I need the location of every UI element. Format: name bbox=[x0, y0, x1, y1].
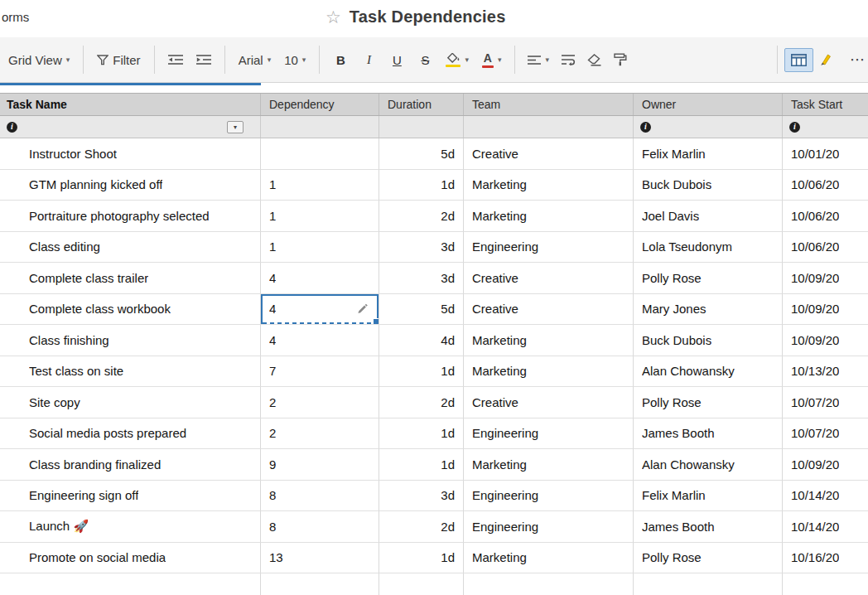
cell-start[interactable]: 10/07/20 bbox=[783, 387, 868, 418]
cell-team[interactable]: Marketing bbox=[464, 201, 634, 232]
cell-dep[interactable]: 2 bbox=[261, 418, 379, 450]
cell-task[interactable]: Class branding finalized bbox=[0, 449, 261, 481]
cell-team[interactable]: Engineering bbox=[464, 418, 634, 450]
cell-dep[interactable]: 13 bbox=[261, 543, 379, 574]
cell-task[interactable]: Instructor Shoot bbox=[0, 138, 261, 170]
cell-dur[interactable]: 5d bbox=[379, 294, 464, 326]
cell-task[interactable]: Portraiture photography selected bbox=[0, 201, 261, 232]
cell-start[interactable]: 10/14/20 bbox=[783, 511, 868, 543]
cell-dep[interactable]: 1 bbox=[261, 201, 379, 232]
cell-owner[interactable]: Buck Dubois bbox=[634, 325, 783, 356]
info-icon[interactable]: i bbox=[789, 122, 800, 133]
edit-pencil-icon[interactable] bbox=[356, 302, 369, 315]
cell-dur[interactable]: 1d bbox=[379, 356, 464, 388]
cell-dep[interactable]: 1 bbox=[261, 170, 379, 201]
cell-empty[interactable] bbox=[464, 573, 634, 595]
cell-empty[interactable] bbox=[0, 573, 261, 595]
cell-owner[interactable]: Polly Rose bbox=[634, 263, 783, 294]
column-header-dep[interactable]: Dependency bbox=[261, 94, 379, 115]
cell-team[interactable]: Creative bbox=[464, 387, 634, 418]
cell-dur[interactable]: 2d bbox=[379, 511, 464, 543]
cell-task[interactable]: Promote on social media bbox=[0, 543, 261, 574]
cell-owner[interactable]: Alan Chowansky bbox=[634, 356, 783, 388]
cell-start[interactable]: 10/06/20 bbox=[783, 232, 868, 264]
filter-dropdown-button[interactable]: ▾ bbox=[227, 121, 244, 133]
cell-start[interactable]: 10/09/20 bbox=[783, 449, 868, 481]
cell-owner[interactable]: Alan Chowansky bbox=[634, 449, 783, 481]
font-size-selector[interactable]: 10 ▾ bbox=[277, 48, 312, 72]
cell-dur[interactable]: 3d bbox=[379, 263, 464, 294]
cell-owner[interactable]: Polly Rose bbox=[634, 543, 783, 574]
cell-dur[interactable]: 3d bbox=[379, 232, 464, 264]
fill-handle[interactable] bbox=[373, 318, 379, 325]
strikethrough-button[interactable]: S bbox=[411, 48, 439, 72]
cell-owner[interactable]: James Booth bbox=[634, 418, 783, 450]
cell-task[interactable]: Social media posts prepared bbox=[0, 418, 261, 450]
cell-dur[interactable]: 2d bbox=[379, 387, 464, 418]
cell-start[interactable]: 10/01/20 bbox=[783, 138, 868, 170]
cell-team[interactable]: Creative bbox=[464, 263, 634, 294]
cell-empty[interactable] bbox=[379, 573, 464, 595]
align-button[interactable]: ▾ bbox=[522, 50, 555, 70]
cell-owner[interactable]: James Booth bbox=[634, 511, 783, 543]
cell-start[interactable]: 10/16/20 bbox=[783, 543, 868, 574]
cell-task[interactable]: GTM planning kicked off bbox=[0, 170, 261, 201]
outdent-button[interactable] bbox=[162, 49, 190, 70]
cell-dep[interactable]: 2 bbox=[261, 387, 379, 418]
indent-button[interactable] bbox=[190, 49, 218, 70]
cell-team[interactable]: Engineering bbox=[464, 511, 634, 543]
cell-owner[interactable]: Lola Tseudonym bbox=[634, 232, 783, 264]
cell-start[interactable]: 10/09/20 bbox=[783, 325, 868, 356]
filter-button[interactable]: Filter bbox=[90, 48, 147, 72]
font-color-button[interactable]: A ▾ bbox=[475, 47, 509, 73]
cell-dep[interactable]: 4 bbox=[261, 325, 379, 356]
cell-team[interactable]: Marketing bbox=[464, 543, 634, 574]
cell-team[interactable]: Marketing bbox=[464, 449, 634, 481]
column-header-team[interactable]: Team bbox=[464, 94, 634, 115]
cell-dur[interactable]: 2d bbox=[379, 201, 464, 232]
clear-format-button[interactable] bbox=[581, 49, 608, 71]
cell-start[interactable]: 10/09/20 bbox=[783, 294, 868, 326]
cell-dep[interactable]: 4 bbox=[261, 263, 379, 294]
cell-start[interactable]: 10/13/20 bbox=[783, 356, 868, 388]
info-icon[interactable]: i bbox=[7, 122, 17, 133]
cell-team[interactable]: Creative bbox=[464, 294, 634, 326]
underline-button[interactable]: U bbox=[383, 48, 411, 72]
cell-task[interactable]: Class finishing bbox=[0, 325, 261, 356]
cell-owner[interactable]: Joel Davis bbox=[634, 201, 783, 232]
cell-dur[interactable]: 1d bbox=[379, 543, 464, 574]
cell-empty[interactable] bbox=[261, 573, 379, 595]
format-painter-button[interactable] bbox=[608, 48, 633, 71]
nav-item-forms-partial[interactable]: orms bbox=[2, 10, 29, 24]
cell-dep[interactable]: 8 bbox=[261, 481, 379, 512]
cell-start[interactable]: 10/09/20 bbox=[783, 263, 868, 294]
cell-dep[interactable] bbox=[261, 138, 379, 170]
cell-task[interactable]: Class editing bbox=[0, 232, 261, 264]
cell-dep[interactable]: 8 bbox=[261, 511, 379, 543]
cell-empty[interactable] bbox=[634, 573, 783, 595]
column-header-start[interactable]: Task Start bbox=[783, 94, 868, 115]
cell-team[interactable]: Engineering bbox=[464, 232, 634, 264]
cell-dur[interactable]: 1d bbox=[379, 449, 464, 481]
cell-dur[interactable]: 1d bbox=[379, 418, 464, 450]
cell-team[interactable]: Marketing bbox=[464, 356, 634, 388]
bold-button[interactable]: B bbox=[326, 48, 354, 72]
cell-dur[interactable]: 4d bbox=[379, 325, 464, 356]
cell-empty[interactable] bbox=[783, 573, 868, 595]
cell-team[interactable]: Marketing bbox=[464, 170, 634, 201]
cell-owner[interactable]: Buck Dubois bbox=[634, 170, 783, 201]
cell-task[interactable]: Complete class workbook bbox=[0, 294, 261, 326]
grid-toggle-button[interactable] bbox=[784, 48, 813, 72]
wrap-text-button[interactable] bbox=[555, 49, 581, 70]
info-icon[interactable]: i bbox=[640, 122, 651, 133]
column-header-dur[interactable]: Duration bbox=[379, 94, 464, 115]
column-header-owner[interactable]: Owner bbox=[634, 94, 783, 115]
cell-owner[interactable]: Felix Marlin bbox=[634, 481, 783, 512]
cell-dep[interactable]: 9 bbox=[261, 449, 379, 481]
cell-task[interactable]: Engineering sign off bbox=[0, 481, 261, 512]
cell-task[interactable]: Launch 🚀 bbox=[0, 511, 261, 543]
cell-owner[interactable]: Felix Marlin bbox=[634, 138, 783, 170]
cell-team[interactable]: Creative bbox=[464, 138, 634, 170]
favorite-star-icon[interactable]: ☆ bbox=[326, 8, 341, 26]
cell-task[interactable]: Site copy bbox=[0, 387, 261, 418]
